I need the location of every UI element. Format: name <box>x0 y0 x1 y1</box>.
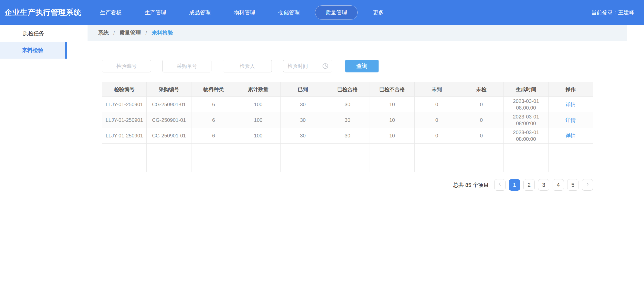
main-layout: 质检任务来料检验 系统/质量管理/来料检验 查询 检验编号采购编号物料种类累计数… <box>0 25 644 303</box>
nav-item-4[interactable]: 仓储管理 <box>278 9 300 16</box>
table-cell: 100 <box>236 97 281 112</box>
table-cell: 0 <box>459 128 503 144</box>
sidebar-item-0[interactable]: 质检任务 <box>0 25 67 42</box>
breadcrumb-separator: / <box>146 30 147 36</box>
table-cell: CG-250901-01 <box>147 97 191 112</box>
detail-link[interactable]: 详情 <box>565 133 576 138</box>
prev-page-button[interactable] <box>494 179 506 191</box>
table-cell: 30 <box>281 112 325 128</box>
table-cell: 10 <box>370 128 414 144</box>
table-col-header-1: 采购编号 <box>147 82 191 97</box>
nav-item-0[interactable]: 生产看板 <box>100 9 122 16</box>
inspection-table: 检验编号采购编号物料种类累计数量已到已检合格已检不合格未到未检生成时间操作 LL… <box>102 82 593 172</box>
inspection-table-wrap: 检验编号采购编号物料种类累计数量已到已检合格已检不合格未到未检生成时间操作 LL… <box>102 82 593 172</box>
filter-input-0[interactable] <box>102 60 151 72</box>
page-button-3[interactable]: 3 <box>538 179 549 191</box>
nav-menu: 生产看板生产管理成品管理物料管理仓储管理质量管理更多 <box>100 5 384 20</box>
table-cell: 30 <box>281 128 325 144</box>
table-cell: 30 <box>325 97 370 112</box>
table-row-0: LLJY-01-250901CG-250901-0161003030100020… <box>102 97 593 112</box>
table-col-header-7: 未到 <box>414 82 459 97</box>
table-cell: 详情 <box>548 112 593 128</box>
sidebar-item-1[interactable]: 来料检验 <box>0 42 67 59</box>
breadcrumb: 系统/质量管理/来料检验 <box>88 25 627 41</box>
table-body: LLJY-01-250901CG-250901-0161003030100020… <box>102 97 593 172</box>
table-cell: 30 <box>325 112 370 128</box>
table-col-header-0: 检验编号 <box>102 82 147 97</box>
table-cell-empty <box>504 158 548 172</box>
page-buttons: 12345 <box>509 179 578 191</box>
search-button[interactable]: 查询 <box>345 60 379 72</box>
table-cell: 0 <box>414 112 459 128</box>
table-cell: 6 <box>191 97 236 112</box>
table-cell: 详情 <box>548 128 593 144</box>
table-cell-empty <box>102 144 147 158</box>
table-cell-empty <box>504 144 548 158</box>
clock-icon[interactable] <box>322 63 329 69</box>
table-cell: 2023-03-01 08:00:00 <box>504 128 548 144</box>
table-cell: LLJY-01-250901 <box>102 112 147 128</box>
page-button-2[interactable]: 2 <box>523 179 535 191</box>
nav-item-6[interactable]: 更多 <box>373 9 384 16</box>
top-nav: 企业生产执行管理系统 生产看板生产管理成品管理物料管理仓储管理质量管理更多 当前… <box>0 0 644 25</box>
table-cell-empty <box>548 158 593 172</box>
table-cell-empty <box>548 144 593 158</box>
table-row-2: LLJY-01-250901CG-250901-0161003030100020… <box>102 128 593 144</box>
table-cell-empty <box>236 144 281 158</box>
table-col-header-3: 累计数量 <box>236 82 281 97</box>
table-col-header-4: 已到 <box>281 82 325 97</box>
table-cell-empty <box>236 158 281 172</box>
table-cell-empty <box>281 158 325 172</box>
nav-item-1[interactable]: 生产管理 <box>145 9 166 16</box>
filter-input-2[interactable] <box>223 60 272 72</box>
table-header-row: 检验编号采购编号物料种类累计数量已到已检合格已检不合格未到未检生成时间操作 <box>102 82 593 97</box>
table-col-header-6: 已检不合格 <box>370 82 414 97</box>
next-page-button[interactable] <box>582 179 593 191</box>
table-empty-row <box>102 158 593 172</box>
nav-item-2[interactable]: 成品管理 <box>189 9 211 16</box>
app-title: 企业生产执行管理系统 <box>5 7 81 18</box>
breadcrumb-item-2: 来料检验 <box>152 29 173 36</box>
nav-item-3[interactable]: 物料管理 <box>234 9 255 16</box>
filter-input-1[interactable] <box>162 60 211 72</box>
page-button-5[interactable]: 5 <box>567 179 578 191</box>
table-cell-empty <box>147 144 191 158</box>
table-cell-empty <box>459 158 503 172</box>
breadcrumb-separator: / <box>113 30 115 36</box>
table-cell-empty <box>147 158 191 172</box>
pagination-total: 总共 85 个项目 <box>453 181 489 189</box>
table-cell-empty <box>414 158 459 172</box>
page-button-1[interactable]: 1 <box>509 179 520 191</box>
table-cell: 6 <box>191 128 236 144</box>
content-area: 系统/质量管理/来料检验 查询 检验编号采购编号物料种类累计数量已到已检合格已检… <box>67 25 644 303</box>
breadcrumb-item-0[interactable]: 系统 <box>98 29 109 36</box>
nav-item-5[interactable]: 质量管理 <box>315 5 358 20</box>
filter-date-wrap <box>283 60 332 72</box>
table-cell: 0 <box>414 97 459 112</box>
table-cell: CG-250901-01 <box>147 112 191 128</box>
table-col-header-2: 物料种类 <box>191 82 236 97</box>
detail-link[interactable]: 详情 <box>565 102 576 107</box>
detail-link[interactable]: 详情 <box>565 117 576 123</box>
chevron-left-icon <box>497 182 502 188</box>
table-cell: 2023-03-01 08:00:00 <box>504 112 548 128</box>
breadcrumb-item-1[interactable]: 质量管理 <box>120 29 141 36</box>
table-cell-empty <box>459 144 503 158</box>
chevron-right-icon <box>585 182 590 188</box>
table-cell-empty <box>370 158 414 172</box>
table-col-header-10: 操作 <box>548 82 593 97</box>
table-cell: 100 <box>236 112 281 128</box>
table-cell-empty <box>325 144 370 158</box>
table-cell-empty <box>281 144 325 158</box>
table-cell-empty <box>191 158 236 172</box>
table-cell: 30 <box>281 97 325 112</box>
table-cell-empty <box>102 158 147 172</box>
table-cell-empty <box>414 144 459 158</box>
table-row-1: LLJY-01-250901CG-250901-0161003030100020… <box>102 112 593 128</box>
filter-bar: 查询 <box>102 60 644 72</box>
table-col-header-5: 已检合格 <box>325 82 370 97</box>
page-button-4[interactable]: 4 <box>553 179 564 191</box>
table-cell: 0 <box>459 112 503 128</box>
table-cell: 6 <box>191 112 236 128</box>
table-cell: LLJY-01-250901 <box>102 97 147 112</box>
